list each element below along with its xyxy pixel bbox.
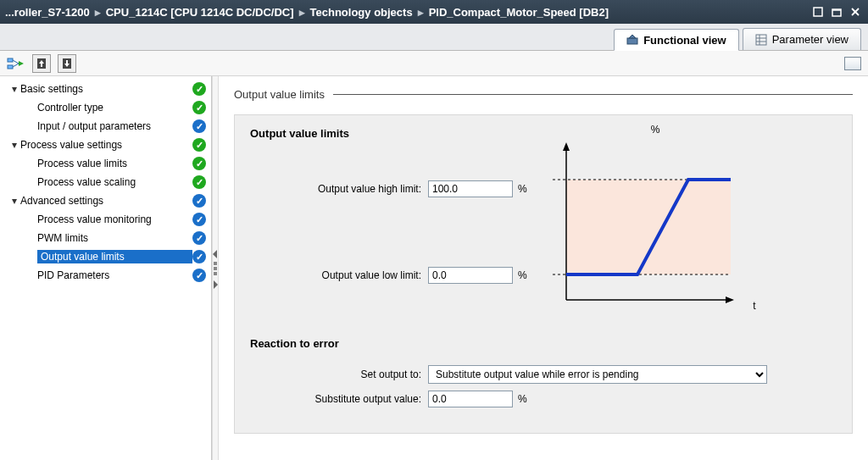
output-limits-panel: Output value limits Output value high li… — [234, 114, 853, 434]
window-undock-icon[interactable] — [810, 4, 826, 19]
nav-item-pwm-limits[interactable]: PWM limits✓ — [0, 229, 211, 247]
high-limit-row: Output value high limit: % — [250, 180, 527, 197]
low-limit-label: Output value low limit: — [250, 269, 428, 281]
breadcrumb-3[interactable]: Technology objects — [310, 6, 413, 19]
status-ok-icon: ✓ — [192, 138, 206, 152]
expand-arrow-icon[interactable]: ▾ — [8, 195, 20, 207]
low-limit-input[interactable] — [428, 267, 513, 284]
low-limit-row: Output value low limit: % — [250, 267, 527, 284]
nav-item-advanced-settings[interactable]: ▾Advanced settings✓ — [0, 191, 211, 210]
svg-rect-5 — [627, 38, 637, 44]
nav-item-controller-type[interactable]: Controller type✓ — [0, 98, 211, 117]
panel-title: Output value limits — [250, 127, 527, 140]
svg-rect-10 — [8, 58, 13, 62]
breadcrumb-separator: ▸ — [95, 6, 101, 19]
nav-item-process-value-scaling[interactable]: Process value scaling✓ — [0, 173, 211, 191]
nav-item-label: Basic settings — [20, 83, 192, 95]
nav-item-process-value-limits[interactable]: Process value limits✓ — [0, 154, 211, 173]
section-header: Output value limits — [234, 88, 853, 101]
svg-rect-17 — [41, 64, 42, 67]
svg-rect-0 — [814, 8, 822, 16]
reaction-title: Reaction to error — [250, 337, 837, 350]
status-ok-icon: ✓ — [192, 82, 206, 96]
status-info-icon: ✓ — [192, 269, 206, 282]
tab-functional-view[interactable]: Functional view — [614, 29, 739, 51]
nav-item-output-value-limits[interactable]: Output value limits✓ — [0, 247, 211, 266]
nav-item-label: Output value limits — [37, 250, 192, 263]
nav-item-pid-parameters[interactable]: PID Parameters✓ — [0, 266, 211, 285]
toolbar-upload-icon[interactable] — [32, 54, 51, 73]
splitter-right-icon[interactable] — [213, 280, 218, 288]
breadcrumb-separator: ▸ — [418, 6, 424, 19]
svg-line-12 — [13, 60, 19, 64]
limits-graph: % — [553, 127, 748, 313]
nav-item-label: Process value limits — [37, 158, 192, 169]
status-ok-icon: ✓ — [192, 101, 206, 114]
breadcrumb-1[interactable]: ...roller_S7-1200 — [5, 6, 90, 19]
splitter[interactable] — [212, 76, 219, 460]
nav-item-process-value-monitoring[interactable]: Process value monitoring✓ — [0, 210, 211, 229]
nav-item-label: Process value settings — [20, 139, 192, 151]
breadcrumb-separator: ▸ — [299, 6, 305, 19]
title-bar: ...roller_S7-1200 ▸ CPU_1214C [CPU 1214C… — [0, 0, 868, 24]
graph-y-label: % — [651, 124, 660, 136]
svg-marker-25 — [563, 142, 570, 151]
svg-marker-27 — [726, 297, 734, 303]
high-limit-input[interactable] — [428, 180, 513, 197]
window-close-icon[interactable] — [848, 4, 863, 19]
svg-rect-11 — [8, 65, 13, 69]
substitute-value-unit: % — [518, 393, 527, 405]
nav-item-label: Controller type — [37, 102, 192, 114]
set-output-row: Set output to: Substitute output value w… — [250, 365, 837, 384]
low-limit-unit: % — [518, 269, 527, 281]
nav-item-label: Process value monitoring — [37, 213, 192, 225]
set-output-select[interactable]: Substitute output value while error is p… — [428, 365, 767, 384]
status-info-icon: ✓ — [192, 119, 206, 133]
svg-marker-21 — [213, 250, 217, 258]
nav-item-basic-settings[interactable]: ▾Basic settings✓ — [0, 80, 211, 98]
high-limit-label: Output value high limit: — [250, 183, 428, 195]
toolbar-window-icon[interactable] — [844, 57, 861, 70]
window-maximize-icon[interactable] — [829, 4, 844, 19]
settings-tree[interactable]: ▾Basic settings✓Controller type✓Input / … — [0, 76, 212, 460]
breadcrumb-2[interactable]: CPU_1214C [CPU 1214C DC/DC/DC] — [106, 6, 294, 19]
functional-view-icon — [626, 34, 638, 46]
nav-item-process-value-settings[interactable]: ▾Process value settings✓ — [0, 136, 211, 154]
parameter-view-icon — [755, 34, 767, 46]
graph-x-label: t — [753, 300, 755, 312]
svg-rect-20 — [66, 60, 68, 64]
substitute-value-row: Substitute output value: % — [250, 391, 837, 407]
svg-marker-14 — [19, 61, 24, 66]
svg-rect-23 — [566, 180, 731, 274]
expand-arrow-icon[interactable]: ▾ — [8, 139, 20, 151]
status-info-icon: ✓ — [192, 194, 206, 208]
status-info-icon: ✓ — [192, 213, 206, 226]
section-title: Output value limits — [234, 88, 325, 101]
view-tabs: Functional view Parameter view — [0, 24, 868, 51]
nav-item-label: Advanced settings — [20, 195, 192, 207]
svg-rect-6 — [756, 35, 766, 45]
expand-arrow-icon[interactable]: ▾ — [8, 83, 20, 95]
status-info-icon: ✓ — [192, 250, 206, 263]
substitute-value-input[interactable] — [428, 391, 513, 407]
set-output-label: Set output to: — [250, 369, 428, 380]
main-area: ▾Basic settings✓Controller type✓Input / … — [0, 76, 868, 460]
tab-label: Functional view — [643, 34, 726, 47]
svg-marker-22 — [214, 280, 218, 289]
toolbar-flow-icon[interactable] — [7, 54, 25, 73]
status-ok-icon: ✓ — [192, 175, 206, 189]
status-ok-icon: ✓ — [192, 157, 206, 170]
svg-line-13 — [13, 64, 19, 67]
status-info-icon: ✓ — [192, 231, 206, 245]
tab-label: Parameter view — [772, 33, 849, 46]
high-limit-unit: % — [518, 183, 527, 195]
nav-item-label: Process value scaling — [37, 176, 192, 188]
toolbar-download-icon[interactable] — [58, 54, 76, 73]
tab-parameter-view[interactable]: Parameter view — [743, 28, 861, 50]
nav-item-input-output-parameters[interactable]: Input / output parameters✓ — [0, 117, 211, 136]
nav-item-label: PWM limits — [37, 232, 192, 244]
toolbar — [0, 51, 868, 76]
splitter-left-icon[interactable] — [213, 249, 218, 258]
nav-item-label: Input / output parameters — [37, 120, 192, 132]
breadcrumb-4[interactable]: PID_Compact_Motor_Speed [DB2] — [429, 6, 609, 19]
